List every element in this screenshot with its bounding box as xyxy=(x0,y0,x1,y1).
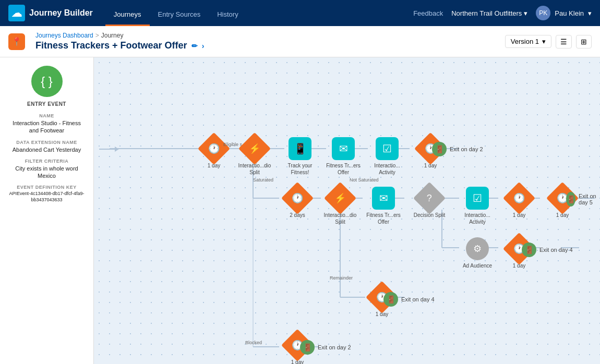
salesforce-cloud-icon: ☁ xyxy=(8,5,25,21)
name-value: Interaction Studio - Fitness and Footwea… xyxy=(8,119,85,135)
wait-diamond-3: 🕐 xyxy=(503,182,535,214)
clock-icon-1: 🕐 xyxy=(208,143,220,154)
node-fitness-offer-2[interactable]: ✉ Fitness Tr...ersOffer xyxy=(363,187,404,225)
data-ext-label: DATA EXTENSION NAME xyxy=(8,140,85,145)
fitness-offer-label-2: Fitness Tr...ersOffer xyxy=(366,212,401,225)
version-button[interactable]: Version 1 ▾ xyxy=(505,35,551,48)
layout-icon: ⊞ xyxy=(581,38,587,46)
journey-canvas[interactable]: 🕐 1 day Eligible s... ⚡ Interactio...dio… xyxy=(94,57,600,364)
breadcrumb-home[interactable]: Journeys Dashboard xyxy=(35,32,93,39)
exit-label-4: Exit on day 4 xyxy=(401,296,435,302)
fitness-offer-icon-2: ✉ xyxy=(372,187,395,210)
exit-day2-row1[interactable]: 🚪 Exit on day 2 xyxy=(432,142,483,156)
exit-label-5: Exit on day 2 xyxy=(318,344,351,350)
split-icon-1: ⚡ xyxy=(249,143,260,154)
layout-button[interactable]: ⊞ xyxy=(576,35,592,48)
title-actions: Version 1 ▾ ☰ ⊞ xyxy=(505,35,592,48)
saturated-label: Saturated xyxy=(253,177,273,183)
exit-day4-row3[interactable]: 🚪 Exit on day 4 xyxy=(522,242,573,257)
split-diamond-1: ⚡ xyxy=(238,132,271,165)
split-icon-2: ⚡ xyxy=(334,192,346,204)
track-fitness-icon: 📱 xyxy=(289,137,311,160)
entry-event-title: ENTRY EVENT xyxy=(8,101,85,107)
app-logo[interactable]: ☁ Journey Builder xyxy=(8,5,93,21)
tab-history[interactable]: History xyxy=(209,0,246,26)
wait-diamond-2days: 🕐 xyxy=(281,182,314,214)
decision-split-diamond: ? xyxy=(413,182,446,214)
journey-icon: 📍 xyxy=(8,33,25,50)
remainder-label-1: Remainder xyxy=(330,275,353,281)
exit-icon-2: 🚪 xyxy=(566,192,575,207)
node-wait-3[interactable]: 🕐 1 day xyxy=(498,187,540,219)
node-interaction-activity-2[interactable]: ☑ Interactio...Activity xyxy=(457,187,498,225)
avatar: PK xyxy=(536,6,550,20)
node-interaction-activity-1[interactable]: ☑ Interactio...Activity xyxy=(366,137,408,176)
track-fitness-label: Track yourFitness! xyxy=(288,162,313,176)
blocked-label: Blocked xyxy=(245,340,262,345)
exit-icon-4: 🚪 xyxy=(383,292,398,307)
entry-event-sidebar: { } ENTRY EVENT NAME Interaction Studio … xyxy=(0,57,94,364)
exit-icon-1: 🚪 xyxy=(432,142,447,156)
node-track-fitness[interactable]: 📱 Track yourFitness! xyxy=(279,137,321,176)
version-chevron-icon: ▾ xyxy=(542,38,546,45)
exit-day4-row4[interactable]: 🚪 Exit on day 4 xyxy=(383,292,435,307)
data-ext-value: Abandoned Cart Yesterday xyxy=(8,146,85,153)
tab-history-label: History xyxy=(217,10,238,18)
filter-icon: ☰ xyxy=(560,38,567,46)
node-interaction-split-1[interactable]: ⚡ Interactio...dioSplit xyxy=(234,137,275,176)
org-selector[interactable]: Northern Trail Outfitters ▾ xyxy=(451,9,527,17)
node-wait-2days[interactable]: 🕐 2 days xyxy=(277,187,318,219)
ad-audience-label: Ad Audience xyxy=(463,262,492,269)
journey-title: Fitness Trackers + Footwear Offer xyxy=(35,40,187,51)
exit-label-1: Exit on day 2 xyxy=(450,146,483,152)
not-saturated-label: Not Saturated xyxy=(350,177,379,183)
entry-event-icon: { } xyxy=(31,66,63,97)
event-def-label: EVENT DEFINITION KEY xyxy=(8,185,85,190)
exit-icon-5: 🚪 xyxy=(300,340,315,355)
nav-tabs: Journeys Entry Sources History xyxy=(105,0,247,26)
activity-label-2: Interactio...Activity xyxy=(464,212,490,225)
activity-icon-1: ☑ xyxy=(376,137,399,160)
filter-label: FILTER CRITERIA xyxy=(8,159,85,164)
node-decision-split[interactable]: ? Decision Split xyxy=(406,187,453,219)
filter-button[interactable]: ☰ xyxy=(556,35,572,48)
fitness-offer-label-1: Fitness Tr...ersOffer xyxy=(326,162,361,176)
edit-icon[interactable]: ✏ xyxy=(191,42,198,50)
user-chevron-icon: ▾ xyxy=(588,9,592,17)
org-chevron-icon: ▾ xyxy=(524,9,527,17)
clock-icon-3: 🕐 xyxy=(513,192,525,204)
clock-icon-2days: 🕐 xyxy=(292,192,303,204)
exit-label-2: Exit on day 5 xyxy=(579,193,600,205)
ad-audience-icon: ⚙ xyxy=(466,237,489,260)
tab-journeys[interactable]: Journeys xyxy=(105,0,150,26)
exit-day5[interactable]: 🚪 Exit on day 5 xyxy=(566,192,600,207)
name-label: NAME xyxy=(8,113,85,118)
breadcrumb: Journeys Dashboard > Journey xyxy=(35,32,204,39)
canvas-wrapper: { } ENTRY EVENT NAME Interaction Studio … xyxy=(0,57,600,364)
breadcrumb-current: Journey xyxy=(101,32,124,39)
exit-day2-blocked[interactable]: 🚪 Exit on day 2 xyxy=(300,340,351,355)
tab-entry-sources[interactable]: Entry Sources xyxy=(150,0,209,26)
event-def-value: APIEvent-4c134408-db17-dfcf-4fa9-bb34370… xyxy=(8,191,85,203)
filter-value: City exists in whole word Mexico xyxy=(8,165,85,180)
feedback-link[interactable]: Feedback xyxy=(413,9,443,17)
org-name: Northern Trail Outfitters xyxy=(451,9,522,17)
node-ad-audience[interactable]: ⚙ Ad Audience xyxy=(457,237,498,269)
node-fitness-offer-1[interactable]: ✉ Fitness Tr...ersOffer xyxy=(322,137,364,176)
breadcrumb-separator: > xyxy=(95,32,99,39)
split-diamond-2: ⚡ xyxy=(324,182,356,214)
forward-icon[interactable]: › xyxy=(202,42,205,50)
exit-icon-3: 🚪 xyxy=(522,242,536,257)
app-name: Journey Builder xyxy=(29,8,93,18)
tab-journeys-label: Journeys xyxy=(114,10,141,18)
sub-header: 📍 Journeys Dashboard > Journey Fitness T… xyxy=(0,26,600,57)
node-interaction-split-2[interactable]: ⚡ Interactio...dioSplit xyxy=(319,187,361,225)
question-icon: ? xyxy=(427,192,432,203)
user-menu[interactable]: PK Pau Klein ▾ xyxy=(536,6,592,20)
page-title: Fitness Trackers + Footwear Offer ✏ › xyxy=(35,40,204,51)
start-arrow xyxy=(99,147,119,152)
activity-icon-2: ☑ xyxy=(466,187,489,210)
version-label: Version 1 xyxy=(511,38,539,45)
fitness-offer-icon-1: ✉ xyxy=(332,137,355,160)
exit-label-3: Exit on day 4 xyxy=(539,247,573,253)
